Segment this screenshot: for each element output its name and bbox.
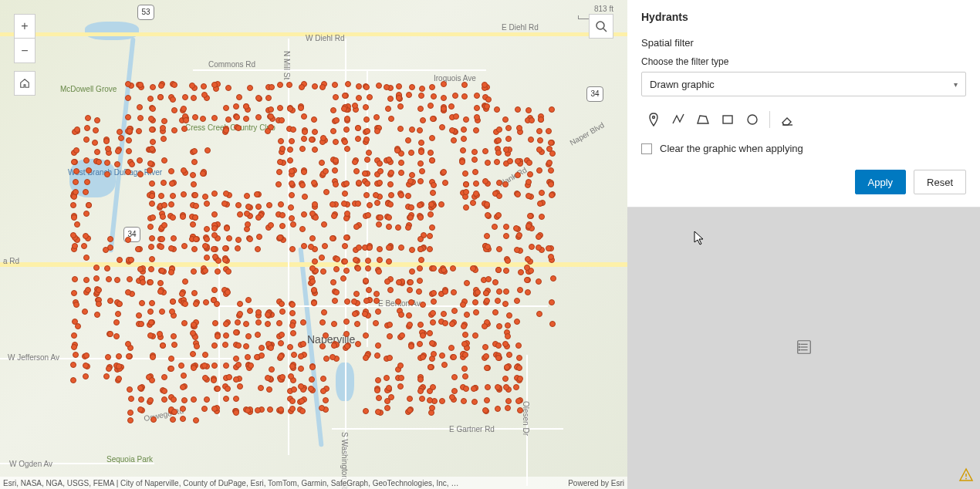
hydrant-point	[268, 222, 274, 228]
hydrant-point	[373, 298, 380, 304]
hydrant-point	[431, 290, 437, 296]
hydrant-point	[387, 201, 394, 207]
hydrant-point	[161, 136, 167, 142]
hydrant-point	[505, 405, 511, 411]
draw-rectangle-tool[interactable]	[715, 107, 740, 132]
hydrant-point	[471, 399, 478, 405]
hydrant-point	[420, 354, 426, 360]
hydrant-point	[528, 137, 534, 143]
attribution-left: Esri, NASA, NGA, USGS, FEMA | City of Na…	[3, 479, 458, 487]
hydrant-point	[429, 405, 435, 411]
hydrant-point	[525, 223, 532, 229]
reset-button[interactable]: Reset	[914, 170, 966, 194]
hydrant-point	[256, 234, 262, 240]
results-panel	[627, 207, 980, 489]
svg-point-15	[965, 478, 967, 480]
hydrant-point	[529, 244, 535, 250]
apply-button[interactable]: Apply	[855, 170, 907, 194]
hydrant-point	[387, 322, 393, 328]
hydrant-point	[136, 128, 142, 134]
hydrant-point	[333, 117, 340, 123]
hydrant-point	[417, 106, 424, 112]
hydrant-point	[355, 125, 361, 131]
hydrant-point	[427, 397, 433, 403]
hydrant-point	[344, 211, 350, 217]
hydrant-point	[352, 103, 358, 109]
hydrant-point	[233, 376, 239, 383]
hydrant-point	[356, 83, 362, 89]
hydrant-point	[516, 355, 522, 361]
hydrant-point	[474, 93, 480, 99]
zoom-out-button[interactable]: −	[14, 39, 35, 63]
hydrant-point	[451, 289, 457, 295]
list-icon	[796, 339, 813, 356]
hydrant-point	[279, 309, 286, 315]
clear-graphic-tool[interactable]	[775, 107, 799, 132]
draw-circle-tool[interactable]	[740, 107, 765, 132]
map-view[interactable]: 813 ft W Diehl Rd E Diehl Rd Commons Rd …	[0, 0, 627, 489]
hydrant-point	[168, 366, 174, 372]
hydrant-point	[463, 386, 469, 392]
hydrant-point	[126, 148, 132, 154]
hydrant-point	[248, 363, 254, 369]
hydrant-point	[321, 309, 327, 315]
hydrant-point	[502, 301, 509, 307]
hydrant-point	[113, 319, 120, 325]
hydrant-point	[406, 92, 412, 98]
hydrant-point	[168, 201, 174, 207]
hydrant-point	[507, 158, 513, 164]
hydrant-point	[161, 396, 167, 403]
hydrant-point	[441, 169, 447, 175]
draw-polygon-tool[interactable]	[691, 107, 715, 132]
hydrant-point	[168, 356, 174, 362]
hydrant-point	[255, 246, 261, 252]
hydrant-point	[181, 191, 187, 197]
hydrant-point	[105, 354, 111, 360]
clear-on-apply-checkbox[interactable]	[641, 143, 652, 154]
hydrant-point	[181, 243, 188, 249]
hydrant-point	[149, 193, 155, 199]
hydrant-point	[333, 266, 340, 272]
hydrant-point	[94, 149, 100, 155]
search-button[interactable]	[589, 14, 613, 39]
hydrant-point	[460, 302, 466, 308]
hydrant-point	[452, 93, 458, 99]
hydrant-point	[125, 341, 131, 347]
hydrant-point	[319, 405, 325, 411]
hydrant-point	[345, 81, 351, 87]
map-controls: + −	[14, 14, 35, 96]
cursor-icon	[694, 231, 705, 246]
hydrant-point	[373, 320, 379, 326]
hydrant-point	[191, 365, 197, 371]
hydrant-point	[148, 319, 154, 325]
hydrant-point	[157, 331, 163, 337]
hydrant-point	[351, 298, 357, 305]
hydrant-point	[279, 223, 286, 229]
home-button[interactable]	[14, 71, 35, 96]
draw-polyline-tool[interactable]	[666, 107, 691, 132]
hydrant-point	[129, 161, 135, 167]
hydrant-point	[147, 332, 154, 339]
hydrant-point	[548, 167, 554, 174]
filter-type-select[interactable]: Drawn graphic ▾	[641, 72, 966, 96]
hydrant-point	[536, 311, 542, 317]
hydrant-point	[463, 181, 469, 187]
hydrant-point	[169, 309, 175, 315]
hydrant-point	[549, 299, 555, 305]
zoom-in-button[interactable]: +	[14, 14, 35, 39]
hydrant-point	[516, 365, 522, 371]
hydrant-point	[329, 235, 336, 241]
hydrant-point	[515, 172, 521, 178]
hydrant-point	[448, 345, 455, 351]
hydrant-point	[417, 388, 424, 394]
hydrant-point	[83, 352, 90, 359]
hydrant-point	[504, 364, 510, 370]
hydrant-point	[462, 373, 468, 379]
hydrant-point	[289, 180, 295, 187]
hydrant-point	[429, 224, 435, 231]
hydrant-point	[539, 214, 545, 220]
draw-point-tool[interactable]	[641, 107, 666, 132]
hydrant-point	[374, 200, 380, 206]
hydrant-point	[505, 322, 511, 329]
hydrant-point	[233, 396, 239, 402]
